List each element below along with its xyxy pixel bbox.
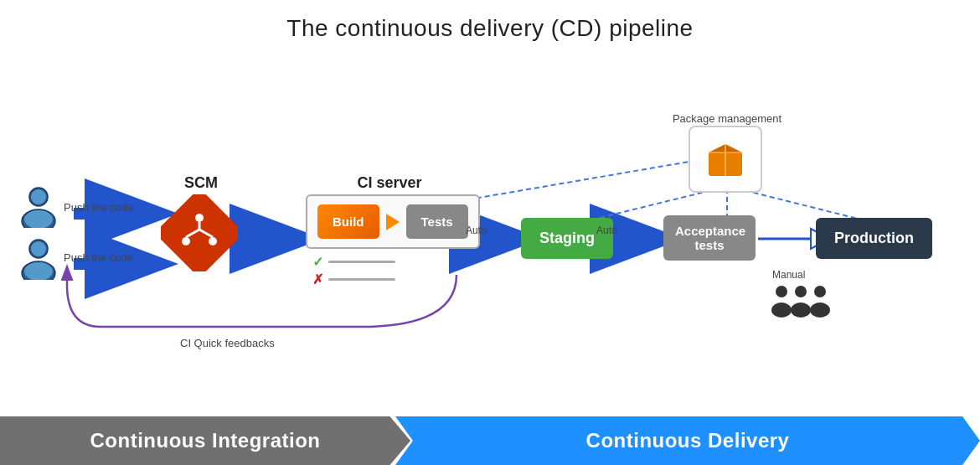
svg-point-29 (791, 302, 811, 318)
build-button[interactable]: Build (317, 204, 379, 239)
ci-server-label: CI server (318, 174, 461, 192)
ci-feedback-label: CI Quick feedbacks (180, 335, 275, 350)
svg-point-17 (31, 241, 46, 256)
bottom-banner: Continuous Integration Continuous Delive… (0, 416, 980, 465)
person2 (17, 236, 60, 283)
ci-server-box: Build Tests ✓ ✗ (306, 194, 480, 287)
svg-point-30 (814, 286, 826, 297)
tests-button[interactable]: Tests (406, 204, 468, 239)
person1 (17, 184, 60, 231)
auto-label-2: Auto (596, 222, 617, 237)
ci-banner: Continuous Integration (0, 416, 410, 465)
svg-point-14 (24, 210, 53, 228)
push-label-1: Push the code (64, 199, 133, 214)
feedback-lines: ✓ ✗ (306, 254, 480, 287)
svg-point-13 (31, 189, 46, 204)
push-label-2: Push the code (64, 250, 133, 265)
cd-banner: Continuous Delivery (395, 416, 980, 465)
page-title: The continuous delivery (CD) pipeline (0, 0, 980, 42)
svg-point-31 (810, 302, 830, 318)
auto-label-1: Auto (466, 222, 487, 237)
svg-point-22 (209, 237, 217, 245)
build-to-tests-arrow (386, 214, 400, 230)
cd-banner-text: Continuous Delivery (586, 429, 790, 452)
manual-label: Manual (772, 266, 805, 282)
svg-point-18 (24, 262, 53, 280)
diagram: Push the code Push the code SCM CI (0, 50, 980, 436)
svg-point-28 (795, 286, 807, 297)
production-box: Production (816, 218, 932, 259)
svg-point-21 (182, 237, 190, 245)
svg-point-20 (195, 214, 204, 222)
package-box (689, 126, 762, 193)
svg-rect-19 (161, 194, 238, 271)
acceptance-box: Acceptance tests (663, 215, 756, 261)
scm-icon (161, 194, 238, 275)
svg-point-26 (776, 286, 787, 297)
package-label: Package management (668, 111, 786, 126)
ci-banner-text: Continuous Integration (90, 429, 321, 452)
manual-people (762, 283, 838, 333)
svg-point-27 (771, 302, 792, 318)
scm-label: SCM (163, 174, 239, 192)
